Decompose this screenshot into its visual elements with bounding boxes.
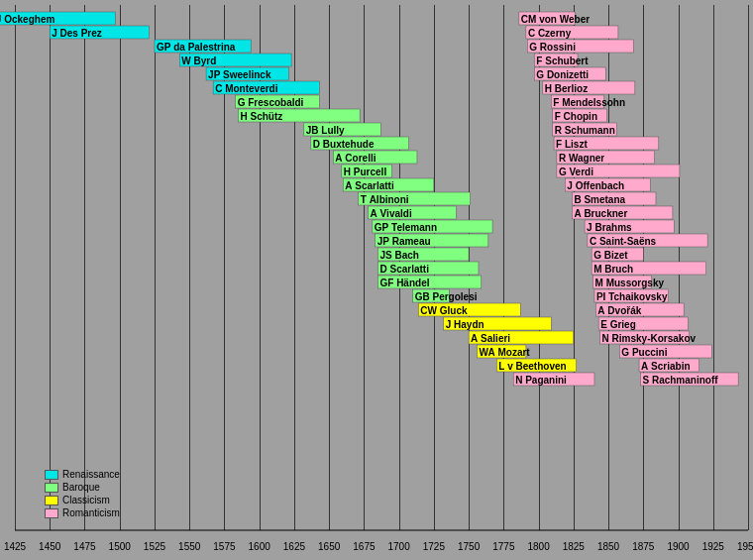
legend-color-romanticism <box>45 508 58 518</box>
legend-classicism: Classicism <box>45 495 120 505</box>
legend-label-romanticism: Romanticism <box>62 507 120 518</box>
legend: Renaissance Baroque Classicism Romantici… <box>45 469 120 518</box>
legend-renaissance: Renaissance <box>45 469 120 480</box>
legend-label-renaissance: Renaissance <box>62 469 120 480</box>
legend-romanticism: Romanticism <box>45 507 120 518</box>
legend-color-renaissance <box>45 470 58 480</box>
legend-baroque: Baroque <box>45 482 120 493</box>
legend-label-baroque: Baroque <box>62 482 100 493</box>
legend-color-classicism <box>45 496 58 505</box>
legend-color-baroque <box>45 483 58 493</box>
legend-label-classicism: Classicism <box>62 495 110 505</box>
chart-container: Renaissance Baroque Classicism Romantici… <box>0 0 753 560</box>
